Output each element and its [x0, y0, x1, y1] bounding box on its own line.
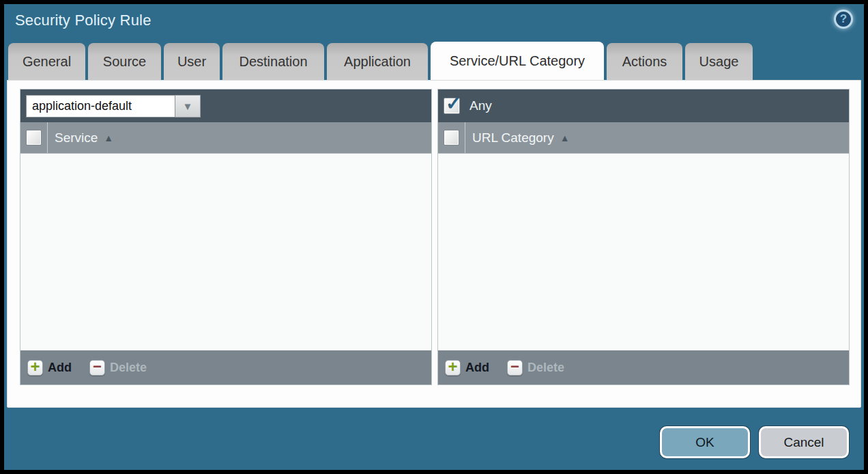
any-checkbox[interactable]: ✓: [444, 98, 460, 114]
url-category-panel: ✓ Any URL Category ▲ + Add: [437, 89, 850, 385]
url-category-delete-button[interactable]: − Delete: [507, 360, 564, 376]
service-panel-footer: + Add − Delete: [20, 350, 431, 385]
tab-service-url-category[interactable]: Service/URL Category: [431, 42, 604, 80]
url-category-add-button[interactable]: + Add: [445, 360, 489, 376]
add-button-label: Add: [465, 361, 489, 375]
tab-bar: General Source User Destination Applicat…: [8, 43, 753, 80]
url-category-select-all-checkbox[interactable]: [444, 130, 459, 145]
service-type-dropdown-button[interactable]: ▼: [175, 95, 201, 117]
service-list-body: [20, 154, 431, 350]
cancel-button[interactable]: Cancel: [759, 426, 849, 458]
service-type-combo: ▼: [26, 95, 201, 117]
service-column-header[interactable]: Service ▲: [20, 122, 431, 154]
tab-application[interactable]: Application: [327, 43, 428, 80]
help-icon[interactable]: ?: [834, 10, 853, 29]
delete-minus-icon: −: [89, 360, 105, 376]
dialog-button-row: OK Cancel: [660, 426, 849, 458]
dialog-title: Security Policy Rule: [15, 12, 151, 29]
service-panel: ▼ Service ▲ + Add: [20, 89, 432, 385]
tab-destination[interactable]: Destination: [222, 43, 324, 80]
screenshot: Security Policy Rule ? General Source Us…: [0, 0, 868, 474]
tab-content: ▼ Service ▲ + Add: [7, 80, 861, 408]
sort-asc-icon: ▲: [560, 133, 570, 143]
url-category-select-all-cell: [438, 122, 465, 153]
service-column-label: Service: [55, 130, 98, 145]
service-select-all-checkbox[interactable]: [26, 130, 42, 145]
any-label: Any: [469, 98, 492, 113]
add-button-label: Add: [48, 361, 72, 375]
add-plus-icon: +: [27, 360, 43, 376]
checkmark-icon: ✓: [446, 92, 461, 115]
service-select-all-cell: [20, 122, 48, 153]
url-category-any-band: ✓ Any: [438, 89, 849, 122]
tab-source[interactable]: Source: [88, 43, 161, 80]
service-add-button[interactable]: + Add: [27, 360, 72, 376]
tab-user[interactable]: User: [164, 43, 220, 80]
delete-button-label: Delete: [527, 361, 564, 375]
security-policy-rule-dialog: Security Policy Rule ? General Source Us…: [4, 4, 864, 470]
add-plus-icon: +: [445, 360, 461, 376]
service-delete-button[interactable]: − Delete: [89, 360, 147, 376]
ok-button[interactable]: OK: [660, 426, 750, 458]
url-category-column-label: URL Category: [472, 130, 554, 145]
delete-minus-icon: −: [507, 360, 523, 376]
service-type-input[interactable]: [26, 95, 175, 117]
service-type-band: ▼: [20, 89, 431, 122]
chevron-down-icon: ▼: [183, 100, 193, 112]
url-category-column-header[interactable]: URL Category ▲: [438, 122, 849, 154]
tab-general[interactable]: General: [8, 43, 85, 80]
tab-usage[interactable]: Usage: [685, 43, 753, 80]
tab-actions[interactable]: Actions: [607, 43, 682, 80]
sort-asc-icon: ▲: [104, 133, 113, 143]
delete-button-label: Delete: [110, 361, 147, 375]
url-category-panel-footer: + Add − Delete: [438, 350, 849, 385]
url-category-list-body: [438, 154, 849, 350]
